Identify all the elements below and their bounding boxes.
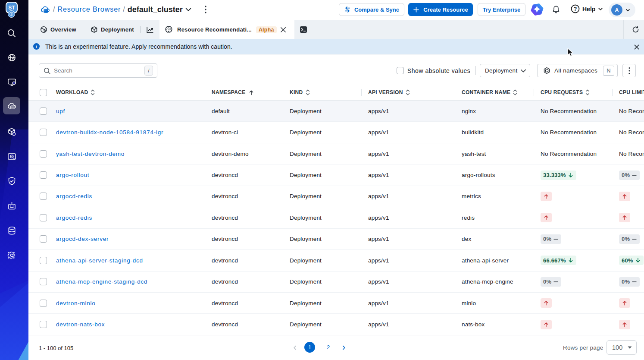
svg-text:?: ? [574,6,577,12]
